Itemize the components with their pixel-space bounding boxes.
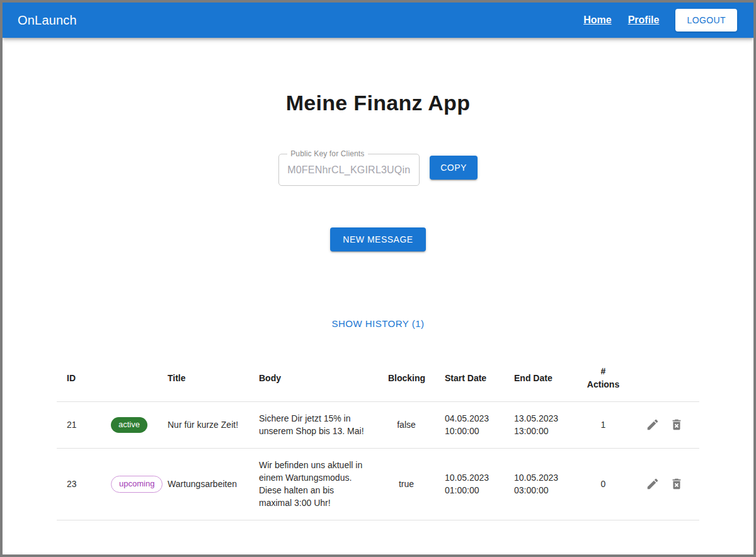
edit-button[interactable] xyxy=(642,414,663,435)
status-badge: upcoming xyxy=(111,476,163,493)
header-end-date: End Date xyxy=(504,355,576,402)
start-time: 10:00:00 xyxy=(445,425,494,437)
cell-blocking: true xyxy=(378,448,435,520)
cell-id: 23 xyxy=(57,448,101,520)
cell-end-date: 13.05.2023 13:00:00 xyxy=(504,402,576,449)
trash-delete-icon xyxy=(670,418,684,432)
page-title: Meine Finanz App xyxy=(3,91,753,115)
status-badge: active xyxy=(111,417,147,433)
table-header-row: ID Title Body Blocking Start Date End Da… xyxy=(57,355,699,402)
header-body: Body xyxy=(249,355,378,402)
logout-button[interactable]: LOGOUT xyxy=(675,9,737,32)
table-head: ID Title Body Blocking Start Date End Da… xyxy=(57,355,699,402)
end-date: 10.05.2023 xyxy=(514,471,566,484)
public-key-field[interactable]: Public Key for Clients M0FENhrCL_KGIRL3U… xyxy=(278,149,420,186)
cell-blocking: false xyxy=(378,402,435,449)
cell-body: Sichere Dir jetzt 15% in unserem Shop bi… xyxy=(249,402,378,449)
messages-table-wrapper: ID Title Body Blocking Start Date End Da… xyxy=(57,355,699,520)
cell-end-date: 10.05.2023 03:00:00 xyxy=(504,448,576,520)
table-body: 21 active Nur für kurze Zeit! Sichere Di… xyxy=(57,402,699,520)
delete-button[interactable] xyxy=(666,473,687,495)
cell-action-count: 0 xyxy=(576,448,630,520)
start-time: 01:00:00 xyxy=(445,484,494,497)
cell-row-actions xyxy=(630,402,699,449)
nav-link-profile[interactable]: Profile xyxy=(628,14,660,26)
end-time: 03:00:00 xyxy=(514,484,566,497)
start-date: 10.05.2023 xyxy=(445,471,494,484)
app-bar: OnLaunch Home Profile LOGOUT xyxy=(3,3,753,38)
pencil-icon xyxy=(646,418,660,432)
brand-title: OnLaunch xyxy=(18,13,77,28)
end-time: 13:00:00 xyxy=(514,425,566,437)
show-history-link[interactable]: SHOW HISTORY (1) xyxy=(331,318,424,329)
nav-link-home[interactable]: Home xyxy=(583,14,611,26)
start-date: 04.05.2023 xyxy=(445,412,494,425)
edit-button[interactable] xyxy=(642,473,663,495)
cell-status: upcoming xyxy=(101,448,158,520)
header-blocking: Blocking xyxy=(378,355,435,402)
new-message-button[interactable]: NEW MESSAGE xyxy=(330,227,425,251)
cell-action-count: 1 xyxy=(576,402,630,449)
cell-id: 21 xyxy=(57,402,101,449)
public-key-label: Public Key for Clients xyxy=(287,149,367,158)
header-row-actions xyxy=(630,355,699,402)
public-key-section: Public Key for Clients M0FENhrCL_KGIRL3U… xyxy=(3,149,753,186)
header-id: ID xyxy=(57,355,101,402)
header-actions-count: # Actions xyxy=(576,355,630,402)
pencil-icon xyxy=(646,477,660,491)
header-start-date: Start Date xyxy=(435,355,504,402)
cell-row-actions xyxy=(630,448,699,520)
cell-body: Wir befinden uns aktuell in einem Wartun… xyxy=(249,448,378,520)
main-content: Meine Finanz App Public Key for Clients … xyxy=(3,91,753,520)
public-key-value: M0FENhrCL_KGIRL3UQin xyxy=(287,164,411,176)
messages-table: ID Title Body Blocking Start Date End Da… xyxy=(57,355,699,520)
app-window: OnLaunch Home Profile LOGOUT Meine Finan… xyxy=(0,0,756,557)
header-actions-hash: # xyxy=(587,365,620,378)
trash-delete-icon xyxy=(670,477,684,491)
copy-button[interactable]: COPY xyxy=(430,156,478,180)
cell-start-date: 10.05.2023 01:00:00 xyxy=(435,448,504,520)
cell-title: Nur für kurze Zeit! xyxy=(158,402,249,449)
delete-button[interactable] xyxy=(666,414,687,435)
header-status xyxy=(101,355,158,402)
history-link-row: SHOW HISTORY (1) xyxy=(3,251,753,330)
table-row: 23 upcoming Wartungsarbeiten Wir befinde… xyxy=(57,448,699,520)
cell-start-date: 04.05.2023 10:00:00 xyxy=(435,402,504,449)
header-actions-word: Actions xyxy=(587,378,620,391)
cell-status: active xyxy=(101,402,158,449)
table-row: 21 active Nur für kurze Zeit! Sichere Di… xyxy=(57,402,699,449)
cell-title: Wartungsarbeiten xyxy=(158,448,249,520)
header-title: Title xyxy=(158,355,249,402)
end-date: 13.05.2023 xyxy=(514,412,566,425)
